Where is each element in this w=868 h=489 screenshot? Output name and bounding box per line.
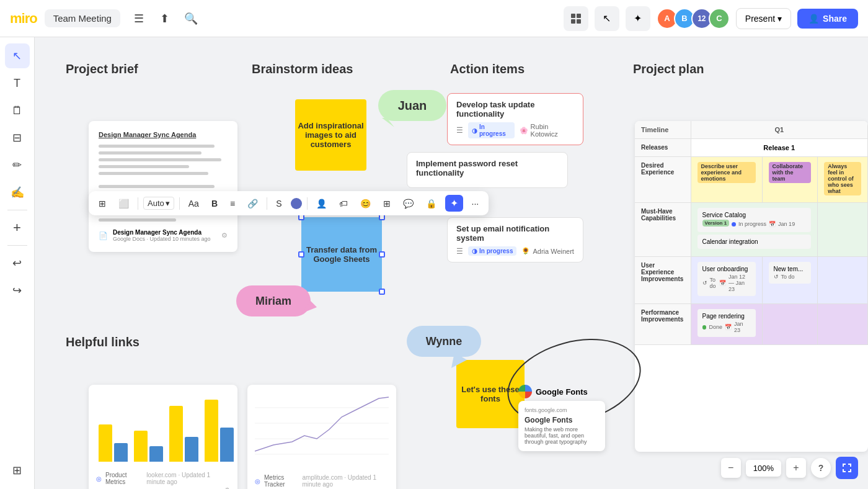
menu-button[interactable]: ☰ [128, 7, 150, 30]
project-brief-card[interactable]: Design Manager Sync Agenda 📄 Design Mana… [89, 121, 237, 252]
frame-icon[interactable]: ⬜ [115, 196, 133, 211]
help-button[interactable]: ? [811, 458, 831, 478]
hand-draw-button[interactable]: ✍ [5, 180, 30, 205]
brief-footer-source: Google Docs · Updated 10 minutes ago [113, 236, 211, 242]
bottom-bar: − 100% + ? [721, 457, 858, 479]
action-card-3[interactable]: Set up email notification system ☰ ◑ In … [447, 217, 583, 262]
arrow-wynne [451, 352, 467, 368]
tag-button[interactable]: 🏷 [335, 196, 352, 211]
desired-exp-cell-3: Always feel in control of who sees what [818, 157, 868, 203]
svg-marker-10 [451, 352, 467, 368]
user-exp-cell-2: New tem... ↺ To do [762, 257, 818, 304]
status-dot-blue [732, 222, 736, 227]
metrics-tracker-name: Metrics Tracker [264, 474, 299, 488]
brief-line-4 [99, 165, 189, 168]
timeline-header: Timeline [635, 121, 691, 139]
pen-tool-button[interactable]: ✏ [5, 153, 30, 177]
cursor-button[interactable]: ↖ [595, 6, 619, 31]
bubble-juan[interactable]: Juan [378, 90, 446, 121]
expand-icon [841, 462, 852, 473]
upload-button[interactable]: ⬆ [154, 7, 176, 30]
bubble-wynne[interactable]: Wynne [407, 326, 481, 357]
menu-icon-3: ☰ [456, 247, 463, 256]
status-badge-1: ◑ In progress [468, 122, 515, 138]
link-button[interactable]: 🔗 [244, 196, 262, 211]
bar-group-1 [99, 424, 128, 462]
page-rendering-status-text: Done [709, 324, 722, 330]
handle-mr[interactable] [379, 251, 385, 258]
search-button[interactable]: 🔍 [180, 7, 202, 30]
looker-icon: ◎ [96, 475, 102, 482]
redo-button[interactable]: ↪ [5, 278, 30, 303]
brief-footer: 📄 Design Manager Sync Agenda Google Docs… [99, 229, 228, 242]
user-onboarding-status: ↺ To do 📅 Jan 12 — Jan 23 [702, 274, 751, 292]
topbar-icons: ☰ ⬆ 🔍 [128, 7, 202, 30]
share-person-icon: 👤 [808, 14, 819, 24]
transform-icon[interactable]: ⊞ [95, 196, 110, 211]
bubble-miriam[interactable]: Miriam [236, 285, 311, 316]
perf-cell-3 [818, 304, 868, 345]
product-metrics-card[interactable]: ◎ Product Metrics looker.com · Updated 1… [89, 385, 237, 489]
bar-1a [99, 424, 112, 462]
share-button[interactable]: 👤 Share [797, 9, 858, 29]
sticky-add-images[interactable]: Add inspirational images to aid customer… [295, 99, 366, 171]
calendar-icon: 📅 [769, 221, 776, 227]
bar-group-2 [134, 431, 163, 462]
zoom-out-button[interactable]: − [721, 458, 741, 478]
strikethrough-button[interactable]: S [272, 196, 285, 211]
magic-button[interactable]: ✦ [445, 195, 463, 212]
handle-ml[interactable] [298, 251, 304, 258]
svg-marker-8 [382, 118, 394, 127]
add-button[interactable]: + [5, 215, 30, 240]
bar-1b [114, 443, 128, 462]
undo-button[interactable]: ↩ [5, 251, 30, 276]
align-button[interactable]: ≡ [226, 196, 239, 211]
table-button[interactable]: ⊞ [379, 196, 394, 211]
template-button[interactable]: ⊟ [5, 125, 30, 150]
action-card-1[interactable]: Develop task update functionality ☰ ◑ In… [447, 93, 583, 145]
emoji-button[interactable]: 😊 [356, 196, 374, 211]
bar-group-3 [169, 406, 198, 462]
share-label: Share [823, 14, 847, 24]
auto-label: Auto [148, 199, 164, 208]
action-card-2[interactable]: Implement password reset functionality [407, 152, 568, 188]
sticky-transfer-data-text: Transfer data from Google Sheets [301, 245, 382, 264]
font-button[interactable]: Aa [185, 196, 203, 211]
sticky-note-button[interactable]: 🗒 [5, 98, 30, 123]
lock-button[interactable]: 🔒 [422, 196, 440, 211]
expand-button[interactable] [836, 457, 858, 479]
gfonts-popup[interactable]: fonts.google.com Google Fonts Making the… [518, 401, 605, 451]
board-panel-button[interactable]: ⊞ [5, 458, 30, 483]
smart-draw-button[interactable] [564, 6, 588, 31]
select-tool-button[interactable]: ↖ [5, 43, 30, 68]
product-metrics-name: Product Metrics [105, 472, 143, 485]
mention-button[interactable]: 👤 [312, 196, 330, 211]
board-name[interactable]: Team Meeting [45, 9, 120, 27]
user-exp-row-header: User Experience Improvements [635, 257, 691, 304]
new-tem-status: ↺ To do [774, 274, 807, 280]
section-label-action-items: Action items [450, 62, 525, 76]
done-dot [702, 325, 707, 330]
comment-button[interactable]: 💬 [399, 196, 417, 211]
avatar-3: C [709, 8, 730, 29]
more-button[interactable]: ··· [468, 196, 483, 211]
bold-button[interactable]: B [208, 196, 221, 211]
svg-rect-1 [577, 14, 581, 18]
calendar-integration-card: Calendar integration [698, 235, 812, 249]
metrics-tracker-card[interactable]: ◎ Metrics Tracker amplitude.com · Update… [247, 385, 396, 489]
format-toolbar: ⊞ ⬜ Auto ▾ Aa B ≡ 🔗 S 👤 🏷 😊 ⊞ 💬 🔒 ✦ ··· [89, 191, 489, 215]
sticky-transfer-data[interactable]: Transfer data from Google Sheets [301, 217, 382, 292]
svg-rect-0 [571, 14, 575, 18]
user-onboarding-card: User onboarding ↺ To do 📅 Jan 12 — Jan 2… [698, 262, 756, 296]
color-picker[interactable] [291, 198, 302, 209]
magic-cursor-button[interactable]: ✦ [626, 6, 650, 31]
bar-4a [205, 400, 218, 462]
zoom-in-button[interactable]: + [786, 458, 806, 478]
desired-exp-row-header: Desired Experience [635, 157, 691, 203]
handle-br[interactable] [379, 289, 385, 295]
present-button[interactable]: Present ▾ [736, 8, 791, 29]
brief-footer-name: Design Manager Sync Agenda [113, 229, 211, 236]
text-tool-button[interactable]: T [5, 71, 30, 96]
auto-select[interactable]: Auto ▾ [143, 197, 174, 210]
status-badge-3: ◑ In progress [468, 246, 516, 256]
